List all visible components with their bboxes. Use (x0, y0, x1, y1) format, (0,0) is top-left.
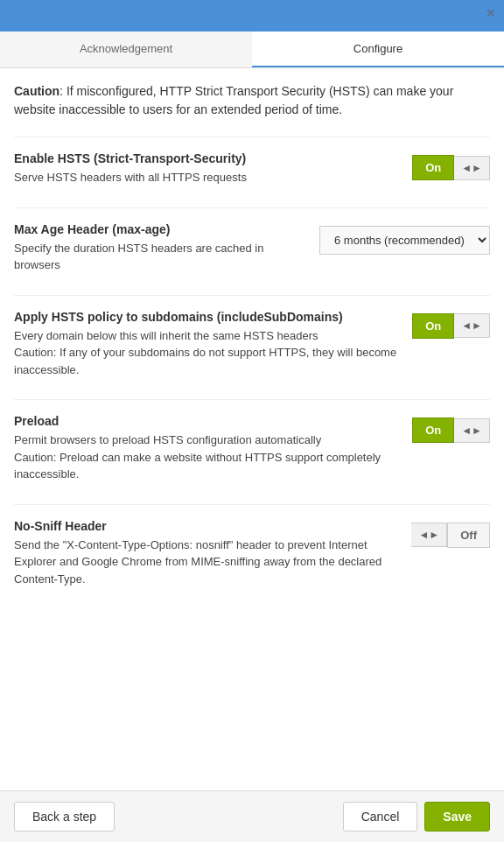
back-step-button[interactable]: Back a step (14, 802, 115, 831)
setting-max-age-desc: Specify the duration HSTS headers are ca… (14, 240, 309, 274)
preload-caution-text: : Preload can make a website without HTT… (14, 451, 381, 481)
setting-enable-hsts-control: On ◄► (412, 155, 490, 180)
setting-preload: Preload Permit browsers to preload HSTS … (14, 399, 490, 483)
setting-subdomains: Apply HSTS policy to subdomains (include… (14, 295, 490, 379)
setting-subdomains-title: Apply HSTS policy to subdomains (include… (14, 310, 402, 324)
no-sniff-toggle-arrow[interactable]: ◄► (411, 523, 447, 547)
tabs: Acknowledgement Configure (0, 32, 504, 68)
cancel-button[interactable]: Cancel (343, 802, 418, 831)
setting-preload-desc: Permit browsers to preload HSTS configur… (14, 432, 402, 483)
setting-max-age-text: Max Age Header (max-age) Specify the dur… (14, 222, 309, 274)
preload-toggle-button[interactable]: On (412, 417, 454, 443)
caution-prefix: Caution (14, 84, 60, 98)
setting-no-sniff-desc: Send the "X-Content-Type-Options: nosnif… (14, 537, 401, 588)
top-bar: × (0, 0, 504, 26)
setting-enable-hsts-text: Enable HSTS (Strict-Transport-Security) … (14, 151, 402, 186)
subdomains-toggle-button[interactable]: On (412, 313, 454, 339)
tab-acknowledgement[interactable]: Acknowledgement (0, 32, 252, 67)
setting-subdomains-row: Apply HSTS policy to subdomains (include… (14, 310, 490, 379)
close-button[interactable]: × (486, 5, 495, 21)
setting-preload-title: Preload (14, 414, 402, 428)
caution-block: Caution: If misconfigured, HTTP Strict T… (14, 82, 490, 119)
subdomains-caution-text: : If any of your subdomains do not suppo… (14, 346, 396, 376)
footer: Back a step Cancel Save (0, 790, 504, 842)
tab-configure[interactable]: Configure (252, 32, 504, 67)
preload-caution-prefix: Caution (14, 451, 53, 464)
max-age-dropdown[interactable]: 6 months (recommended) 1 year 2 years (319, 226, 490, 255)
toggle-arrow-button[interactable]: ◄► (454, 156, 490, 180)
save-button[interactable]: Save (424, 802, 490, 831)
setting-preload-row: Preload Permit browsers to preload HSTS … (14, 414, 490, 483)
subdomains-caution-prefix: Caution (14, 346, 53, 359)
setting-enable-hsts-desc: Serve HSTS headers with all HTTPS reques… (14, 169, 402, 186)
setting-enable-hsts-title: Enable HSTS (Strict-Transport-Security) (14, 151, 402, 165)
setting-enable-hsts: Enable HSTS (Strict-Transport-Security) … (14, 137, 490, 186)
setting-max-age: Max Age Header (max-age) Specify the dur… (14, 207, 490, 274)
setting-preload-control: On ◄► (412, 417, 490, 443)
setting-max-age-title: Max Age Header (max-age) (14, 222, 309, 236)
no-sniff-toggle-button[interactable]: Off (447, 523, 490, 548)
setting-max-age-control: 6 months (recommended) 1 year 2 years (319, 226, 490, 255)
setting-no-sniff: No-Sniff Header Send the "X-Content-Type… (14, 504, 490, 588)
caution-text: : If misconfigured, HTTP Strict Transpor… (14, 84, 453, 116)
setting-preload-text: Preload Permit browsers to preload HSTS … (14, 414, 402, 483)
setting-no-sniff-text: No-Sniff Header Send the "X-Content-Type… (14, 519, 401, 588)
setting-max-age-row: Max Age Header (max-age) Specify the dur… (14, 222, 490, 274)
footer-right: Cancel Save (343, 802, 490, 831)
setting-enable-hsts-row: Enable HSTS (Strict-Transport-Security) … (14, 151, 490, 186)
setting-subdomains-text: Apply HSTS policy to subdomains (include… (14, 310, 402, 379)
progress-bar (0, 23, 504, 26)
setting-no-sniff-title: No-Sniff Header (14, 519, 401, 533)
subdomains-toggle-arrow[interactable]: ◄► (454, 313, 490, 338)
toggle-on-button[interactable]: On (412, 155, 454, 180)
content-area: Caution: If misconfigured, HTTP Strict T… (0, 68, 504, 678)
setting-subdomains-desc: Every domain below this will inherit the… (14, 327, 402, 379)
setting-no-sniff-row: No-Sniff Header Send the "X-Content-Type… (14, 519, 490, 588)
preload-toggle-arrow[interactable]: ◄► (454, 418, 490, 443)
setting-no-sniff-control: ◄► Off (411, 523, 490, 548)
setting-subdomains-control: On ◄► (412, 313, 490, 339)
